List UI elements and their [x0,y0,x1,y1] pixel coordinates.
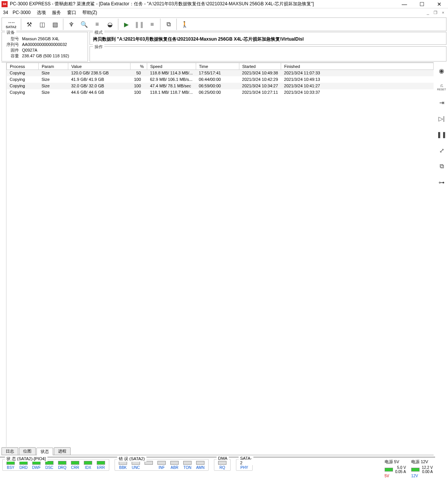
sata-label: SATA2 [6,25,16,29]
cell-value: 32.0 GB/ 32.0 GB [68,83,130,89]
mdi-close-icon[interactable]: × [440,9,446,16]
mode-text: 拷贝数据到 "A:\2021年03月数据恢复任务\20210324-Maxsun… [93,36,443,43]
led-icon [170,461,179,465]
tool-tree-icon[interactable]: ♆ [65,18,78,30]
maximize-button[interactable]: ☐ [413,0,431,8]
sidebar-reset-button[interactable]: ⎌RESET [437,82,446,91]
status-state-group: 状 态 (SATA2)-[PIO4] BSYDRDDWFDSCDRQCRRIDX… [2,459,109,471]
led-icon [157,461,166,465]
pause-button[interactable]: ❚❚ [133,18,146,30]
cell-param: Size [39,83,68,89]
tool-percent-icon[interactable]: ▧ [49,18,61,30]
power5-led-icon [385,468,393,472]
col-param[interactable]: Param [39,63,68,70]
tool-sliders-icon[interactable]: ≡ [91,18,104,30]
stop-button[interactable]: ■ [146,18,159,30]
table-row[interactable]: CopyingSize41.9 GB/ 41.9 GB10062.9 MB/ 1… [7,76,434,83]
cell-time: 17:55/17:41 [196,70,239,76]
table-gutter [6,63,6,447]
sidebar-expand-icon[interactable]: ⤢ [437,146,446,155]
power-5v: 电源 5V 5.0 V0.05 A 5V [385,459,406,478]
cell-process: Copying [7,76,39,83]
tab-bitmap[interactable]: 位图 [19,447,36,455]
tool-hammer-icon[interactable]: ⚒ [23,18,36,30]
operation-legend: 操作 [93,44,104,50]
led-icon [218,461,226,465]
indicator-BBK: BBK [117,461,129,470]
sidebar-link-icon[interactable]: ⊶ [437,178,446,187]
sidebar-power-icon[interactable]: ◉ [437,66,446,75]
col-started[interactable]: Started [239,63,281,70]
indicator-TON: TON [182,461,193,470]
col-finished[interactable]: Finished [281,63,434,70]
indicator-label: DWF [32,465,41,470]
col-value[interactable]: Value [68,63,130,70]
sidebar-pause-icon[interactable]: ❚❚ [437,130,446,139]
firmware-label: 固件 [5,47,20,53]
menu-service[interactable]: 服务 [49,9,64,17]
mdi-minimize-icon[interactable]: _ [424,9,431,16]
col-process[interactable]: Process [7,63,39,70]
tool-binocular-icon[interactable]: 🔍 [78,18,91,30]
table-row[interactable]: CopyingSize32.0 GB/ 32.0 GB10047.4 MB/ 7… [7,83,434,89]
mdi-restore-icon[interactable]: ❐ [432,9,439,16]
titlebar: 34 PC-3000 EXPRESS - 蕾鞆彪粗? 菜澳虎鲨 - [Data … [0,0,448,8]
led-icon [183,461,192,465]
indicator-label: DSC [45,465,53,470]
indicator-label: CRR [71,465,79,470]
indicator-AMN: AMN [195,461,206,470]
tool-db-icon[interactable]: ◒ [104,18,116,30]
indicator-blank [143,461,154,470]
menubar: 34 PC-3000 选项 服务 窗口 帮助(Z) _ ❐ × [0,8,448,17]
cell-finished: 2021/3/24 11:07:33 [281,70,434,76]
capacity-value: 238.47 GB (500 118 192) [20,53,71,59]
indicator-BSY: BSY [5,461,16,470]
process-table[interactable]: Process Param Value % Speed Time Started… [6,63,434,447]
col-percent[interactable]: % [130,63,147,70]
serial-value: AA00000000000000032 [20,42,71,47]
indicator-DRQ: DRQ [57,461,68,470]
tab-log[interactable]: 日志 [2,447,18,455]
tab-progress[interactable]: 进程 [54,447,71,455]
col-speed[interactable]: Speed [147,63,196,70]
tab-status[interactable]: 状态 [36,448,53,455]
sidebar-tool1-icon[interactable]: ⇥ [437,98,446,107]
device-legend: 设备 [5,30,16,35]
serial-label: 序列号 [5,42,20,47]
copy-button[interactable]: ⧉ [162,18,175,30]
dma-legend: DMA [217,456,229,461]
cell-pct: 100 [130,83,147,89]
exit-icon[interactable]: 🚶 [178,18,191,30]
cell-finished: 2021/3/24 10:33:37 [281,89,434,96]
status-dma-group: DMA RQ [214,459,231,471]
col-time[interactable]: Time [196,63,239,70]
sata-port-button[interactable]: ↔↔ SATA2 [3,18,19,30]
indicator-label: UNC [132,465,140,470]
sidebar-copy-icon[interactable]: ⧉ [437,162,446,171]
menu-pc3000[interactable]: PC-3000 [9,9,33,16]
menu-app-icon[interactable]: 34 [2,9,9,16]
play-button[interactable]: ▶ [120,18,133,30]
right-sidebar: ◉ ⎌RESET ⇥ ▷| ❚❚ ⤢ ⧉ ⊶ [435,62,448,478]
minimize-button[interactable]: — [396,0,413,8]
close-button[interactable]: ✕ [431,0,448,8]
menu-help[interactable]: 帮助(Z) [79,9,100,17]
cell-started: 2021/3/24 10:49:38 [239,70,281,76]
cell-value: 41.9 GB/ 41.9 GB [68,76,130,83]
indicator-label: BSY [7,465,14,470]
sidebar-play-icon[interactable]: ▷| [437,114,446,123]
toolbar: ↔↔ SATA2 ⚒ ◫ ▧ ♆ 🔍 ≡ ◒ ▶ ❚❚ ■ ⧉ 🚶 [2,17,446,31]
model-label: 型号 [5,36,20,42]
indicator-label: ABR [171,465,179,470]
menu-options[interactable]: 选项 [34,9,49,17]
indicator-label: IDX [85,465,91,470]
menu-window[interactable]: 窗口 [64,9,79,17]
mode-panel: 模式 拷贝数据到 "A:\2021年03月数据恢复任务\20210324-Max… [90,32,446,45]
cell-started: 2021/3/24 10:34:27 [239,83,281,89]
tool-meter-icon[interactable]: ◫ [36,18,49,30]
device-panel: 设备 型号Maxsun 256GB X4L 序列号AA0000000000000… [2,32,88,62]
power-12v: 电源 12V 12.2 V0.00 A 12V [411,459,433,478]
table-row[interactable]: CopyingSize120.0 GB/ 238.5 GB50118.8 MB/… [7,70,434,76]
table-row[interactable]: CopyingSize44.6 GB/ 44.6 GB100118.1 MB/ … [7,89,434,96]
cell-time: 06:25/00:00 [196,89,239,96]
